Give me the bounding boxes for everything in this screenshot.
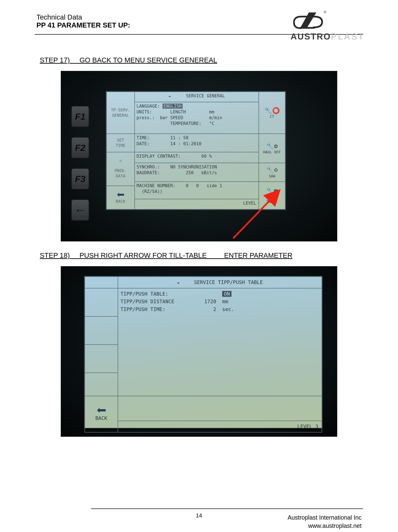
f2-key[interactable]: F2 [71, 137, 89, 158]
f3-key[interactable]: F3 [71, 168, 89, 190]
lcd-screen-1: TP-SERV. GENERAL ◄ SERVICE GENERAL 🔧⭕CT … [106, 91, 286, 210]
back-arrow-icon: ⬅ [108, 191, 133, 199]
page-header: Technical Data PP 41 PARAMETER SET UP: ®… [37, 13, 361, 29]
panel-synchro-baud: SYNCHRO.: NO SYNCHRONISATION BAUDRATE: 2… [135, 163, 259, 182]
left-arrow-key[interactable]: ← [71, 199, 89, 221]
nav-prod-data[interactable]: ⏱PROD. DATA [106, 152, 135, 186]
nav-blank-3 [85, 316, 118, 344]
nav-tp-serv-general[interactable]: TP-SERV. GENERAL [106, 92, 135, 134]
wrench-icon: 🔧⭕ [261, 107, 283, 115]
screenshot-2: ◄ SERVICE TIPP/PUSH TABLE TIPP/PUSH TABL… [61, 266, 337, 437]
nav-blank-1 [85, 277, 118, 288]
language-value[interactable]: ENGLISH [162, 104, 183, 108]
wrench-icon: 🔧▦ [261, 187, 283, 195]
nav-back-2[interactable]: ⬅BACK [85, 396, 118, 432]
wrench-icon: 🔧⚙ [261, 142, 283, 150]
side-ct[interactable]: 🔧⭕CT [259, 92, 285, 134]
wrench-icon: 🔧⊙ [261, 166, 283, 174]
level-cell: LEVEL [135, 199, 259, 209]
panel-tipp-push: TIPP/PUSH TABLE: ON TIPP/PUSH DISTANCE 1… [118, 288, 322, 396]
nav-blank-2 [85, 288, 118, 316]
nav-blank-5 [85, 373, 118, 396]
panel-time-date: TIME: 11 : 58 DATE: 14 : 01:2010 [135, 134, 259, 152]
tipp-push-table-value[interactable]: ON [222, 291, 231, 297]
panel-language-units: LANGUAGE: ENGLISH UNITS: LENGTH mm press… [135, 102, 259, 134]
screenshot-1: F1 F2 F3 ← TP-SERV. GENERAL ◄ SERVICE GE… [61, 71, 337, 241]
nav-set-time[interactable]: SET TIME [106, 134, 135, 152]
panel-contrast: DISPLAY CONTRAST: 60 % [135, 152, 259, 163]
side-haul-off[interactable]: 🔧⚙HAUL OFF [259, 134, 285, 163]
level-3-cell: LEVEL 3 [118, 421, 322, 432]
brand-logo: ® AUSTROPLAST [291, 10, 365, 41]
footer-company: Austroplast International Inc [288, 513, 361, 522]
f1-key[interactable]: F1 [71, 106, 89, 127]
step-17-heading: STEP 17) GO BACK TO MENU SERVICE GENEREA… [40, 56, 361, 64]
side-saw[interactable]: 🔧⊙SAW [259, 163, 285, 182]
step-18-heading: STEP 18) PUSH RIGHT ARROW FOR TILL-TABLE… [40, 252, 361, 260]
panel-machine-number: MACHINE NUMBER: 0 0 side 1 (RZ/SA)) [135, 182, 259, 199]
back-arrow-icon: ⬅ [87, 406, 115, 414]
panel-blank [118, 396, 322, 421]
screen2-title: ◄ SERVICE TIPP/PUSH TABLE [118, 277, 322, 288]
lcd-screen-2: ◄ SERVICE TIPP/PUSH TABLE TIPP/PUSH TABL… [84, 276, 323, 428]
footer-url: www.austroplast.net [288, 522, 361, 530]
nav-back[interactable]: ⬅BACK [106, 186, 135, 209]
screen1-title: ◄ SERVICE GENERAL [135, 92, 259, 102]
svg-text:®: ® [324, 10, 326, 14]
brand-light: PLAST [331, 32, 365, 41]
side-tipp-table[interactable]: 🔧▦TIPP- TABLE [259, 182, 285, 209]
logo-icon: ® [291, 10, 327, 32]
nav-blank-4 [85, 344, 118, 373]
brand-bold: AUSTRO [291, 32, 331, 41]
page-footer: 14 Austroplast International Inc www.aus… [37, 508, 361, 519]
